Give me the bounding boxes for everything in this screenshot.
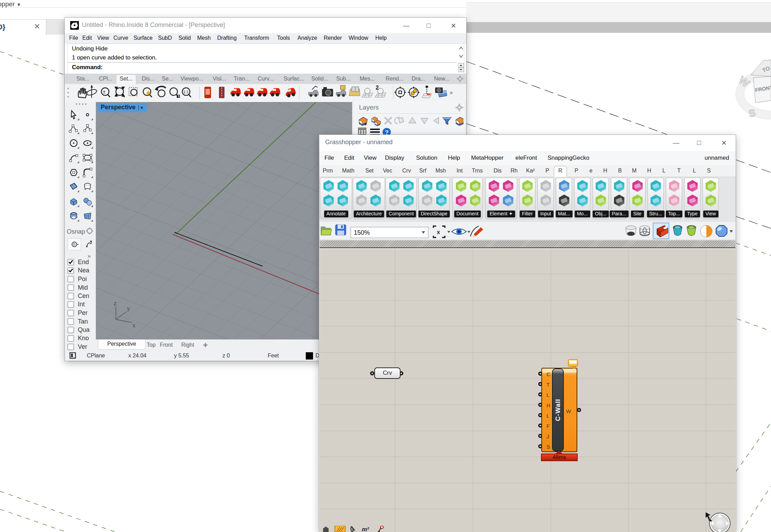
svg-text:m²: m² [362,526,369,532]
svg-text:x: x [437,229,440,235]
svg-text:»: » [450,90,453,95]
svg-text:1:1: 1:1 [183,90,189,94]
svg-text:Poi: Poi [78,276,87,282]
svg-text:Kno: Kno [78,335,89,342]
svg-text:Int: Int [78,301,85,308]
svg-text:End: End [78,259,89,265]
svg-text:Qua: Qua [78,326,90,333]
svg-text:Cen: Cen [78,292,89,299]
svg-text:Per: Per [78,309,88,316]
svg-text:Tan: Tan [78,318,88,325]
svg-text:y: y [127,305,130,312]
svg-text:Nea: Nea [78,267,90,274]
svg-text:Mid: Mid [78,284,88,291]
svg-text:z: z [114,300,117,307]
svg-text:Ver: Ver [78,343,87,350]
svg-text:x: x [132,322,136,329]
svg-text:±: ± [103,88,105,94]
svg-text:150%: 150% [354,229,370,236]
svg-text:Osnap: Osnap [67,228,85,235]
svg-text:2: 2 [376,85,379,91]
svg-text:8: 8 [75,22,77,26]
svg-text:+: + [364,121,367,127]
